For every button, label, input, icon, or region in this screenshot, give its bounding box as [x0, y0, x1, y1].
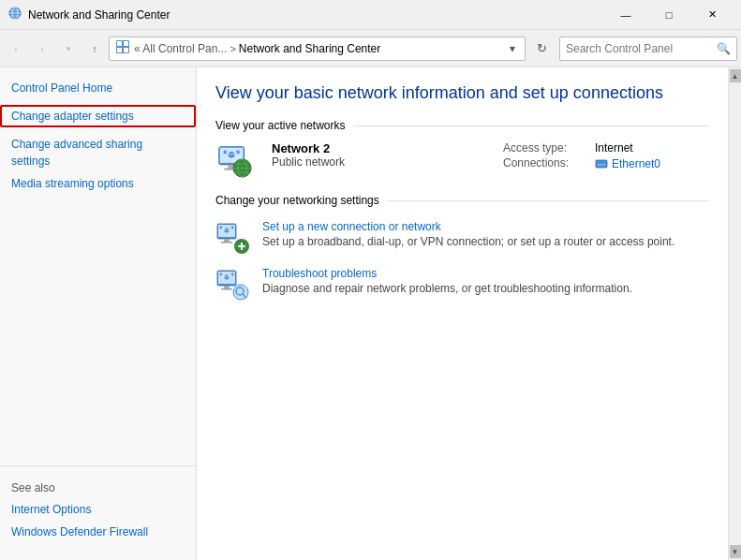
troubleshoot-item: Troubleshoot problems Diagnose and repai… [215, 267, 709, 301]
svg-rect-7 [124, 41, 128, 46]
svg-rect-8 [117, 48, 122, 52]
setup-connection-item: Set up a new connection or network Set u… [215, 220, 709, 254]
active-networks-header: View your active networks [215, 119, 709, 132]
address-dropdown-arrow[interactable]: ▾ [506, 42, 519, 55]
maximize-button[interactable]: □ [647, 0, 690, 30]
connections-row: Connections: Ethernet0 [503, 156, 709, 171]
troubleshoot-text: Troubleshoot problems Diagnose and repai… [262, 267, 709, 295]
connections-label: Connections: [503, 156, 587, 171]
svg-rect-43 [221, 288, 232, 290]
sidebar-advanced-link[interactable]: Change advanced sharing settings [0, 133, 196, 172]
breadcrumb-prefix: « All Control Pan... [134, 42, 227, 55]
access-type-row: Access type: Internet [503, 141, 709, 155]
up-button[interactable]: ↑ [82, 37, 107, 61]
svg-rect-24 [596, 160, 607, 168]
sidebar-bottom: See also Internet Options Windows Defend… [0, 465, 196, 551]
svg-rect-9 [124, 48, 128, 52]
svg-rect-42 [224, 286, 230, 288]
minimize-button[interactable]: — [604, 0, 647, 30]
forward-button[interactable]: › [30, 37, 54, 61]
address-box[interactable]: « All Control Pan... > Network and Shari… [109, 37, 526, 61]
access-type-label: Access type: [503, 141, 587, 155]
search-input[interactable] [566, 42, 717, 55]
address-bar: ‹ › ▾ ↑ « All Control Pan... > Network a… [0, 30, 741, 67]
close-button[interactable]: ✕ [690, 0, 734, 30]
network-info: Network 2 Public network [272, 141, 484, 169]
sidebar-home-link[interactable]: Control Panel Home [0, 77, 196, 99]
search-icon: 🔍 [717, 42, 731, 55]
access-type-value: Internet [595, 141, 633, 155]
svg-point-21 [235, 150, 240, 155]
address-icon [115, 39, 130, 57]
breadcrumb-separator: > [230, 43, 235, 54]
svg-rect-31 [221, 242, 232, 243]
title-bar: Network and Sharing Center — □ ✕ [0, 0, 741, 30]
breadcrumb-current: Network and Sharing Center [239, 42, 380, 55]
troubleshoot-icon [215, 267, 249, 301]
network-type: Public network [272, 155, 484, 169]
troubleshoot-link[interactable]: Troubleshoot problems [262, 267, 377, 280]
sidebar-media-link[interactable]: Media streaming options [0, 172, 196, 195]
main-container: Control Panel Home Change adapter settin… [0, 67, 741, 560]
sidebar: Control Panel Home Change adapter settin… [0, 67, 197, 560]
window-title: Network and Sharing Center [28, 8, 604, 22]
window-controls: — □ ✕ [604, 0, 734, 30]
refresh-button[interactable]: ↻ [529, 37, 554, 61]
connection-name-link[interactable]: Ethernet0 [612, 157, 660, 170]
troubleshoot-desc: Diagnose and repair network problems, or… [262, 282, 709, 295]
page-title: View your basic network information and … [215, 82, 709, 104]
svg-rect-30 [224, 239, 230, 242]
back-button[interactable]: ‹ [4, 37, 28, 61]
svg-rect-6 [117, 41, 122, 46]
network-access: Access type: Internet Connections: [503, 141, 709, 173]
sidebar-adapter-link[interactable]: Change adapter settings [0, 105, 196, 127]
setup-connection-desc: Set up a broadband, dial-up, or VPN conn… [262, 235, 709, 248]
setup-connection-icon [215, 220, 249, 254]
content-area: View your basic network information and … [197, 67, 728, 560]
setup-connection-link[interactable]: Set up a new connection or network [262, 220, 441, 233]
svg-rect-39 [241, 243, 243, 250]
search-box[interactable]: 🔍 [559, 37, 737, 61]
connection-icon [595, 156, 608, 171]
scrollbar[interactable]: ▲ ▼ [728, 67, 741, 560]
network-block: Network 2 Public network Access type: In… [215, 141, 709, 179]
setup-connection-text: Set up a new connection or network Set u… [262, 220, 709, 248]
network-name: Network 2 [272, 141, 484, 155]
sidebar-internet-options-link[interactable]: Internet Options [0, 498, 196, 521]
window-icon [7, 6, 22, 23]
see-also-label: See also [0, 474, 196, 498]
network-icon [215, 141, 253, 179]
dropdown-button[interactable]: ▾ [56, 37, 81, 61]
networking-settings-section: Change your networking settings [215, 194, 709, 301]
networking-settings-header: Change your networking settings [215, 194, 709, 207]
sidebar-firewall-link[interactable]: Windows Defender Firewall [0, 521, 196, 543]
